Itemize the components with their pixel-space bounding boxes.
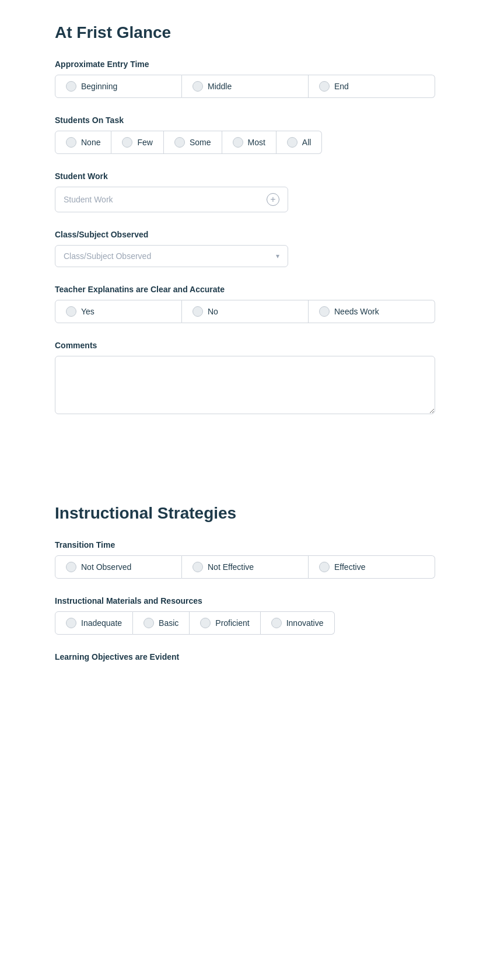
radio-circle-needs-work [319, 306, 330, 317]
teacher-explanations-options: Yes No Needs Work [55, 300, 435, 323]
materials-inadequate[interactable]: Inadequate [55, 611, 133, 635]
radio-circle-all [287, 137, 298, 148]
radio-circle-proficient [200, 618, 211, 628]
teacher-needs-work-label: Needs Work [334, 307, 379, 316]
materials-inadequate-label: Inadequate [81, 618, 122, 628]
students-on-task-most[interactable]: Most [222, 131, 276, 154]
students-on-task-label: Students On Task [55, 116, 435, 125]
transition-effective-label: Effective [334, 562, 365, 572]
radio-circle-not-observed [66, 562, 76, 572]
section1-title: At Frist Glance [55, 23, 435, 42]
entry-time-middle[interactable]: Middle [182, 75, 309, 98]
student-work-field[interactable]: Student Work + [55, 187, 288, 212]
materials-innovative[interactable]: Innovative [261, 611, 335, 635]
radio-circle-middle [192, 81, 203, 92]
students-all-label: All [302, 138, 312, 147]
add-icon[interactable]: + [267, 193, 279, 206]
students-some-label: Some [190, 138, 211, 147]
students-on-task-some[interactable]: Some [164, 131, 222, 154]
section2-title: Instructional Strategies [55, 504, 435, 523]
teacher-explanations-yes[interactable]: Yes [55, 300, 182, 323]
student-work-label: Student Work [55, 172, 435, 181]
materials-innovative-label: Innovative [286, 618, 324, 628]
radio-circle-innovative [271, 618, 282, 628]
comments-group: Comments [55, 341, 435, 416]
learning-objectives-label: Learning Objectives are Evident [55, 652, 435, 662]
entry-time-options: Beginning Middle End [55, 75, 435, 98]
students-on-task-options: None Few Some Most All [55, 131, 435, 154]
page-container: At Frist Glance Approximate Entry Time B… [0, 0, 490, 702]
learning-objectives-group: Learning Objectives are Evident [55, 652, 435, 662]
radio-circle-basic [144, 618, 154, 628]
teacher-yes-label: Yes [81, 307, 94, 316]
section-2: Instructional Strategies Transition Time… [55, 504, 435, 662]
students-on-task-all[interactable]: All [276, 131, 323, 154]
teacher-explanations-needs-work[interactable]: Needs Work [309, 300, 435, 323]
transition-not-observed[interactable]: Not Observed [55, 555, 182, 579]
radio-circle-not-effective [192, 562, 203, 572]
transition-time-group: Transition Time Not Observed Not Effecti… [55, 540, 435, 579]
class-subject-dropdown[interactable]: Class/Subject Observed ▾ [55, 245, 288, 267]
radio-circle-no [192, 306, 203, 317]
students-none-label: None [81, 138, 100, 147]
transition-not-effective[interactable]: Not Effective [182, 555, 309, 579]
student-work-group: Student Work Student Work + [55, 172, 435, 212]
materials-basic[interactable]: Basic [133, 611, 190, 635]
class-subject-label: Class/Subject Observed [55, 230, 435, 239]
radio-circle-end [319, 81, 330, 92]
radio-circle-most [233, 137, 243, 148]
students-most-label: Most [248, 138, 265, 147]
class-subject-placeholder: Class/Subject Observed [64, 251, 151, 261]
radio-circle-none [66, 137, 76, 148]
teacher-explanations-label: Teacher Explanatins are Clear and Accura… [55, 285, 435, 294]
students-on-task-few[interactable]: Few [111, 131, 163, 154]
comments-label: Comments [55, 341, 435, 350]
radio-circle-few [122, 137, 132, 148]
radio-circle-inadequate [66, 618, 76, 628]
radio-circle-yes [66, 306, 76, 317]
students-few-label: Few [137, 138, 152, 147]
transition-time-label: Transition Time [55, 540, 435, 550]
entry-time-end[interactable]: End [309, 75, 435, 98]
teacher-explanations-no[interactable]: No [182, 300, 309, 323]
materials-proficient[interactable]: Proficient [190, 611, 260, 635]
student-work-placeholder: Student Work [64, 195, 113, 204]
spacer [55, 434, 435, 504]
instructional-materials-group: Instructional Materials and Resources In… [55, 596, 435, 635]
instructional-materials-options: Inadequate Basic Proficient Innovative [55, 611, 435, 635]
transition-not-observed-label: Not Observed [81, 562, 131, 572]
students-on-task-group: Students On Task None Few Some Most [55, 116, 435, 154]
radio-circle-beginning [66, 81, 76, 92]
teacher-explanations-group: Teacher Explanatins are Clear and Accura… [55, 285, 435, 323]
transition-not-effective-label: Not Effective [208, 562, 254, 572]
class-subject-group: Class/Subject Observed Class/Subject Obs… [55, 230, 435, 267]
chevron-down-icon: ▾ [276, 252, 279, 260]
instructional-materials-label: Instructional Materials and Resources [55, 596, 435, 606]
entry-time-beginning[interactable]: Beginning [55, 75, 182, 98]
entry-time-end-label: End [334, 82, 349, 91]
entry-time-beginning-label: Beginning [81, 82, 117, 91]
comments-textarea[interactable] [55, 356, 435, 414]
materials-basic-label: Basic [159, 618, 178, 628]
section-1: At Frist Glance Approximate Entry Time B… [55, 23, 435, 416]
teacher-no-label: No [208, 307, 218, 316]
transition-effective[interactable]: Effective [309, 555, 435, 579]
radio-circle-effective [319, 562, 330, 572]
materials-proficient-label: Proficient [215, 618, 249, 628]
radio-circle-some [174, 137, 185, 148]
students-on-task-none[interactable]: None [55, 131, 111, 154]
entry-time-middle-label: Middle [208, 82, 232, 91]
transition-time-options: Not Observed Not Effective Effective [55, 555, 435, 579]
entry-time-group: Approximate Entry Time Beginning Middle … [55, 60, 435, 98]
entry-time-label: Approximate Entry Time [55, 60, 435, 69]
